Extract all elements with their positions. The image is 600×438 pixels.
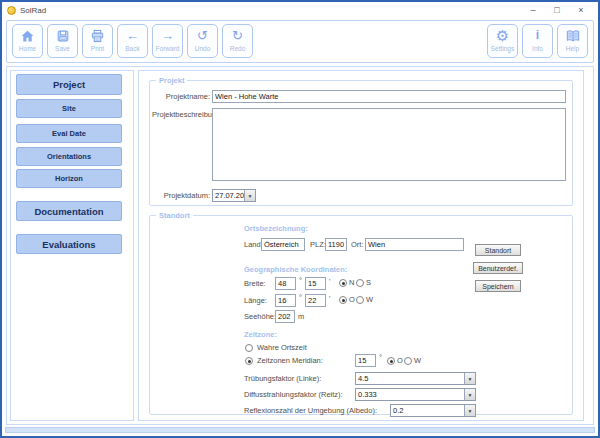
home-icon bbox=[20, 27, 35, 44]
window-controls: – □ × bbox=[521, 3, 593, 18]
sidebar-item-project[interactable]: Project bbox=[16, 74, 122, 95]
projektdatum-value: 27.07.2018 bbox=[213, 190, 244, 201]
radio-nord[interactable] bbox=[339, 279, 347, 287]
forward-button[interactable]: → Forward bbox=[152, 24, 183, 58]
app-sun-icon bbox=[7, 6, 16, 15]
laenge-label: Länge: bbox=[244, 296, 267, 305]
meridian-grad-unit: ° bbox=[379, 353, 382, 362]
help-button[interactable]: Help bbox=[557, 24, 588, 58]
truebungsfaktor-value: 4.5 bbox=[356, 373, 464, 384]
land-input[interactable] bbox=[261, 238, 305, 251]
albedo-label: Reflexionszahl der Umgebung (Albedo): bbox=[244, 406, 377, 415]
redo-label: Redo bbox=[230, 45, 246, 52]
home-button[interactable]: Home bbox=[12, 24, 43, 58]
chevron-down-icon[interactable]: ▼ bbox=[244, 190, 255, 201]
speichern-button[interactable]: Speichern bbox=[475, 280, 521, 292]
settings-label: Settings bbox=[491, 45, 515, 52]
koordinaten-header: Geographische Koordinaten: bbox=[244, 265, 347, 274]
home-label: Home bbox=[19, 45, 36, 52]
meridian-west-label: W bbox=[414, 356, 421, 365]
redo-button[interactable]: ↻ Redo bbox=[222, 24, 253, 58]
laenge-grad-unit: ° bbox=[299, 293, 302, 302]
forward-label: Forward bbox=[156, 45, 180, 52]
meridian-ost-label: O bbox=[397, 356, 403, 365]
projektname-label: Projektname: bbox=[152, 92, 210, 101]
save-icon bbox=[56, 27, 70, 44]
info-icon: i bbox=[536, 27, 539, 44]
toolbar-right-group: ⚙ Settings i Info Help bbox=[487, 24, 588, 58]
info-label: Info bbox=[532, 45, 543, 52]
radio-meridian-ost[interactable] bbox=[387, 357, 395, 365]
wahre-ortszeit-label: Wahre Ortszeit bbox=[257, 343, 307, 352]
breite-grad-input[interactable] bbox=[275, 277, 296, 290]
nord-label: N bbox=[349, 278, 354, 287]
seehoehe-input[interactable] bbox=[275, 310, 295, 323]
breite-label: Breite: bbox=[244, 279, 266, 288]
save-button[interactable]: Save bbox=[47, 24, 78, 58]
diffusstrahlungsfaktor-value: 0.333 bbox=[356, 389, 464, 400]
help-book-icon bbox=[565, 27, 581, 44]
toolbar: Home Save Print ← Back → Forward bbox=[6, 20, 594, 63]
standort-group-title: Standort bbox=[156, 211, 193, 220]
sidebar-item-evaluations[interactable]: Evaluations bbox=[16, 234, 122, 254]
radio-west[interactable] bbox=[356, 296, 364, 304]
breite-grad-unit: ° bbox=[299, 276, 302, 285]
sidebar-item-eval-date[interactable]: Eval Date bbox=[16, 124, 122, 143]
app-title: SolRad bbox=[20, 6, 46, 15]
plz-input[interactable] bbox=[325, 238, 347, 251]
back-button[interactable]: ← Back bbox=[117, 24, 148, 58]
albedo-dropdown[interactable]: 0.2 ▼ bbox=[390, 404, 476, 417]
undo-label: Undo bbox=[195, 45, 211, 52]
status-strip bbox=[5, 427, 595, 433]
truebungsfaktor-dropdown[interactable]: 4.5 ▼ bbox=[355, 372, 476, 385]
sidebar-item-horizon[interactable]: Horizon bbox=[16, 169, 122, 188]
chevron-down-icon[interactable]: ▼ bbox=[464, 373, 475, 384]
benutzerdef-button[interactable]: Benutzerdef. bbox=[473, 262, 523, 274]
ost-label: O bbox=[349, 295, 355, 304]
laenge-grad-input[interactable] bbox=[275, 294, 296, 307]
breite-min-input[interactable] bbox=[305, 277, 326, 290]
standort-groupbox: Standort Ortsbezeichnung: Land: PLZ: Ort… bbox=[149, 215, 573, 415]
gear-icon: ⚙ bbox=[496, 27, 509, 44]
print-button[interactable]: Print bbox=[82, 24, 113, 58]
standort-button[interactable]: Standort bbox=[475, 244, 521, 256]
ort-label: Ort: bbox=[351, 240, 364, 249]
print-label: Print bbox=[91, 45, 104, 52]
sidebar-item-orientations[interactable]: Orientations bbox=[16, 147, 122, 166]
ort-input[interactable] bbox=[365, 238, 464, 251]
settings-button[interactable]: ⚙ Settings bbox=[487, 24, 518, 58]
projektbeschreibung-label: Projektbeschreibung: bbox=[152, 110, 210, 119]
close-button[interactable]: × bbox=[569, 3, 593, 18]
diffusstrahlungsfaktor-dropdown[interactable]: 0.333 ▼ bbox=[355, 388, 476, 401]
radio-wahre-ortszeit[interactable] bbox=[245, 344, 253, 352]
back-label: Back bbox=[125, 45, 139, 52]
undo-button[interactable]: ↺ Undo bbox=[187, 24, 218, 58]
radio-sued[interactable] bbox=[356, 279, 364, 287]
chevron-down-icon[interactable]: ▼ bbox=[464, 389, 475, 400]
seehoehe-label: Seehöhe: bbox=[244, 312, 276, 321]
laenge-min-input[interactable] bbox=[305, 294, 326, 307]
chevron-down-icon[interactable]: ▼ bbox=[464, 405, 475, 416]
projektname-input[interactable] bbox=[212, 90, 566, 103]
radio-zeitzonen-meridian[interactable] bbox=[245, 357, 253, 365]
sidebar-item-documentation[interactable]: Documentation bbox=[16, 201, 122, 221]
projektdatum-dropdown[interactable]: 27.07.2018 ▼ bbox=[212, 189, 256, 202]
title-bar: SolRad – □ × bbox=[2, 2, 598, 18]
minimize-button[interactable]: – bbox=[521, 3, 545, 18]
sued-label: S bbox=[366, 278, 371, 287]
undo-icon: ↺ bbox=[197, 27, 208, 44]
radio-ost[interactable] bbox=[339, 296, 347, 304]
sidebar-item-site[interactable]: Site bbox=[16, 99, 122, 118]
meridian-input[interactable] bbox=[355, 354, 376, 367]
projektbeschreibung-textarea[interactable] bbox=[212, 108, 566, 181]
radio-meridian-west[interactable] bbox=[404, 357, 412, 365]
seehoehe-unit: m bbox=[298, 312, 304, 321]
ortsbezeichnung-header: Ortsbezeichnung: bbox=[244, 224, 308, 233]
forward-arrow-icon: → bbox=[161, 27, 174, 44]
sidebar: Project Site Eval Date Orientations Hori… bbox=[10, 70, 134, 421]
zeitzone-header: Zeitzone: bbox=[244, 330, 277, 339]
maximize-button[interactable]: □ bbox=[545, 3, 569, 18]
toolbar-left-group: Home Save Print ← Back → Forward bbox=[12, 24, 253, 58]
info-button[interactable]: i Info bbox=[522, 24, 553, 58]
help-label: Help bbox=[566, 45, 579, 52]
